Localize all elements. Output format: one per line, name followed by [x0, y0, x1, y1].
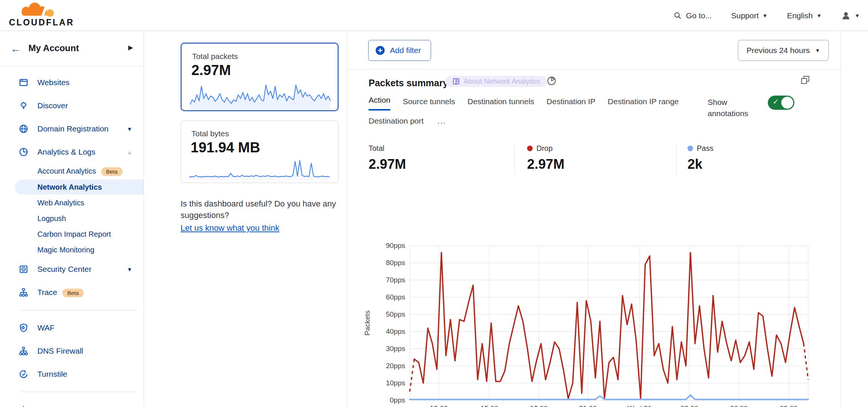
tab-row: ActionSource tunnelsDestination tunnelsD…	[369, 96, 698, 111]
sidebar-item-account-analytics[interactable]: Account AnalyticsBeta	[0, 164, 144, 179]
pass-legend-dot	[687, 146, 693, 151]
feedback-question: Is this dashboard useful? Do you have an…	[181, 199, 336, 220]
stats-row: Total2.97MDrop2.97MPass2k	[347, 144, 841, 175]
toggle-knob	[781, 97, 793, 109]
y-tick-label: 0pps	[390, 396, 405, 404]
book-icon	[452, 77, 460, 86]
tab-action[interactable]: Action	[369, 96, 390, 111]
y-tick-label: 90pps	[386, 242, 405, 249]
chevron-down-icon: ▼	[855, 13, 860, 19]
chevron-down-icon: ▼	[815, 47, 820, 53]
dimension-tabs: ActionSource tunnelsDestination tunnelsD…	[369, 96, 698, 136]
sidebar-header: ← My Account ▶	[0, 31, 144, 66]
sidebar-nav-list: WebsitesDiscoverDomain Registration▼Anal…	[0, 66, 144, 407]
card-value: 191.94 MB	[191, 140, 260, 156]
y-axis-title: Packets	[363, 310, 371, 336]
stat-label-row: Drop	[527, 144, 564, 153]
language-label: English	[787, 11, 813, 20]
user-icon	[841, 11, 851, 21]
cloudflare-logo[interactable]: CLOUDFLARE	[7, 2, 74, 30]
add-filter-button[interactable]: Add filter	[368, 40, 431, 61]
filter-bar: Add filter Previous 24 hours ▼	[347, 31, 841, 69]
total-packets-card[interactable]: Total packets 2.97M	[181, 43, 339, 111]
sidebar-item-discover[interactable]: Discover	[0, 94, 144, 117]
expand-panel-icon[interactable]	[800, 75, 810, 85]
globe-icon	[19, 124, 28, 134]
sidebar-item-domain-registration[interactable]: Domain Registration▼	[0, 117, 144, 140]
pie-chart-icon	[19, 147, 28, 157]
top-navbar: CLOUDFLARE Go to... Support ▼ English ▼ …	[0, 0, 868, 31]
series-pass	[410, 395, 808, 400]
show-annotations-label: Show annotations	[708, 97, 751, 119]
sidebar-item-carbon-impact-report[interactable]: Carbon Impact Report	[0, 226, 144, 242]
account-title: My Account	[28, 43, 79, 53]
sidebar-item-label: Domain Registration	[37, 124, 108, 133]
sidebar-item-web-analytics[interactable]: Web Analytics	[0, 195, 144, 211]
x-tick-label: 18:00	[530, 404, 548, 407]
total-bytes-card[interactable]: Total bytes 191.94 MB	[181, 121, 339, 183]
sidebar-item-label: Turnstile	[37, 370, 67, 379]
stat-pass: Pass2k	[687, 144, 713, 172]
sidebar-item-label: WAF	[37, 323, 55, 332]
support-menu[interactable]: Support ▼	[731, 11, 767, 20]
dns-tree-icon	[19, 346, 28, 356]
y-tick-label: 20pps	[386, 362, 405, 370]
sidebar-item-label: TraceBeta	[37, 288, 84, 297]
sidebar-item-analytics-logs[interactable]: Analytics & Logs▲	[0, 140, 144, 164]
spark-icon	[19, 405, 28, 407]
stat-value: 2.97M	[369, 156, 406, 172]
sidebar-item-websites[interactable]: Websites	[0, 71, 144, 94]
shield-gear-icon	[19, 323, 28, 333]
feedback-link[interactable]: Let us know what you think	[181, 222, 279, 234]
chevron-down-icon: ▼	[127, 266, 132, 273]
chart-gridlines	[410, 246, 808, 400]
tab-destination-port[interactable]: Destination port	[369, 116, 424, 130]
beta-badge: Beta	[101, 167, 123, 176]
add-filter-label: Add filter	[390, 46, 421, 55]
sidebar-item-dns-firewall[interactable]: DNS Firewall	[0, 339, 144, 363]
time-range-dropdown[interactable]: Previous 24 hours ▼	[738, 40, 829, 61]
tab-destination-ip-range[interactable]: Destination IP range	[608, 97, 679, 111]
sidebar-item-turnstile[interactable]: Turnstile	[0, 363, 144, 386]
sidebar-item-label: Analytics & Logs	[37, 147, 95, 156]
sidebar-item-label: Security Center	[37, 265, 92, 274]
sidebar-item-trace[interactable]: TraceBeta	[0, 281, 144, 304]
packets-time-series-chart: 0pps10pps20pps30pps40pps50pps60pps70pps8…	[352, 239, 830, 407]
sidebar-item-magic-monitoring[interactable]: Magic Monitoring	[0, 242, 144, 258]
sidebar-item-label: Account AnalyticsBeta	[37, 167, 123, 176]
y-tick-label: 70pps	[386, 276, 405, 284]
about-badge-label: About Network Analytics	[464, 77, 540, 86]
sidebar-item-security-center[interactable]: Security Center▼	[0, 258, 144, 281]
stat-divider	[514, 145, 515, 175]
sidebar-item-logpush[interactable]: Logpush	[0, 211, 144, 226]
language-menu[interactable]: English ▼	[787, 11, 822, 20]
more-tabs-button[interactable]: ...	[436, 116, 448, 130]
cloudflare-wordmark: CLOUDFLARE	[9, 18, 74, 27]
stat-label: Total	[369, 144, 384, 153]
chevron-right-icon[interactable]: ▶	[128, 44, 133, 52]
tab-source-tunnels[interactable]: Source tunnels	[403, 97, 455, 111]
stat-drop: Drop2.97M	[527, 144, 564, 172]
feedback-block: Is this dashboard useful? Do you have an…	[181, 198, 347, 234]
data-freshness-pie-icon[interactable]	[547, 76, 557, 86]
back-arrow-icon[interactable]: ←	[10, 43, 21, 55]
sidebar-item-item[interactable]	[0, 398, 144, 407]
stat-value: 2.97M	[527, 156, 564, 172]
goto-search[interactable]: Go to...	[673, 11, 712, 20]
card-value: 2.97M	[191, 62, 231, 78]
tab-destination-ip[interactable]: Destination IP	[547, 97, 595, 111]
y-tick-label: 50pps	[386, 310, 405, 318]
sidebar-divider	[21, 310, 137, 310]
sidebar-item-waf[interactable]: WAF	[0, 316, 144, 339]
sidebar-item-label: Carbon Impact Report	[37, 230, 111, 239]
about-network-analytics-badge[interactable]: About Network Analytics	[445, 76, 547, 87]
account-menu[interactable]: ▼	[841, 11, 860, 21]
total-packets-sparkline	[190, 83, 330, 109]
trace-icon	[19, 288, 28, 297]
tab-destination-tunnels[interactable]: Destination tunnels	[467, 97, 534, 111]
support-label: Support	[731, 11, 759, 20]
x-tick-label: 09:00	[780, 404, 798, 407]
sidebar-divider	[21, 392, 137, 392]
sidebar-item-network-analytics[interactable]: Network Analytics	[0, 179, 144, 195]
show-annotations-toggle[interactable]: ✓	[768, 96, 794, 110]
